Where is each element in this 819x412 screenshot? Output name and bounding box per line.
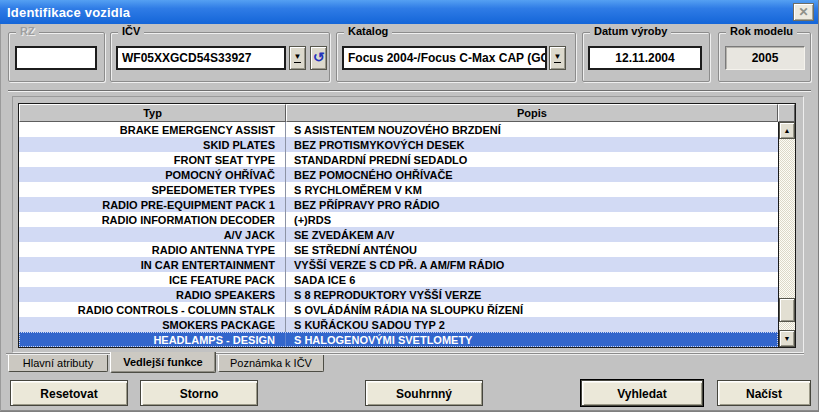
icv-undo-button[interactable]: ↺ <box>310 46 327 70</box>
close-icon: ✕ <box>798 5 808 19</box>
tab-vedlejsi-funkce[interactable]: Vedlejší funkce <box>110 352 216 373</box>
table-row[interactable]: ICE FEATURE PACK SADA ICE 6 <box>19 272 778 287</box>
cell-typ: POMOCNÝ OHŘÍVAČ <box>19 167 286 182</box>
icv-group: IČV ▼ ↺ <box>110 32 330 82</box>
horizontal-divider <box>8 90 811 92</box>
table-row[interactable]: SMOKERS PACKAGE S KUŘÁCKOU SADOU TYP 2 <box>19 317 778 332</box>
rz-label: RZ <box>16 25 39 37</box>
table-row[interactable]: SPEEDOMETER TYPES S RYCHLOMĚREM V KM <box>19 182 778 197</box>
cell-popis: BEZ PROTISMYKOVÝCH DESEK <box>286 138 778 152</box>
table-row[interactable]: A/V JACK SE ZVEDÁKEM A/V <box>19 227 778 242</box>
scroll-up-button[interactable]: ▲ <box>779 122 795 139</box>
cell-typ: RADIO ANTENNA TYPE <box>19 242 286 257</box>
scroll-up-icon: ▲ <box>784 127 791 134</box>
cell-typ: IN CAR ENTERTAINMENT <box>19 257 286 272</box>
datum-vyroby-label: Datum výroby <box>590 25 671 37</box>
resetovat-button[interactable]: Resetovat <box>10 380 128 406</box>
table-row[interactable]: RADIO CONTROLS - COLUMN STALK S OVLÁDÁNÍ… <box>19 302 778 317</box>
dropdown-arrow-icon: ▼ <box>554 53 562 63</box>
column-header-pad <box>778 104 795 122</box>
katalog-dropdown-button[interactable]: ▼ <box>549 46 566 70</box>
grid-panel: Typ Popis BRAKE EMERGENCY ASSIST S ASIST… <box>12 96 804 353</box>
cell-popis: SADA ICE 6 <box>286 273 778 287</box>
table-row[interactable]: RADIO ANTENNA TYPE SE STŘEDNÍ ANTÉNOU <box>19 242 778 257</box>
vertical-scrollbar[interactable]: ▲ ▼ <box>778 122 795 347</box>
cell-popis: BEZ POMOCNÉHO OHŘÍVAČE <box>286 168 778 182</box>
table-row[interactable]: BRAKE EMERGENCY ASSIST S ASISTENTEM NOUZ… <box>19 122 778 137</box>
table-row[interactable]: IN CAR ENTERTAINMENT VYŠŠÍ VERZE S CD PŘ… <box>19 257 778 272</box>
katalog-group: Katalog Focus 2004-/Focus C-Max CAP (GC … <box>336 32 576 82</box>
icv-dropdown-button[interactable]: ▼ <box>289 46 306 70</box>
cell-popis: BEZ PŘÍPRAVY PRO RÁDIO <box>286 198 778 212</box>
katalog-label: Katalog <box>344 25 392 37</box>
icv-label: IČV <box>118 25 144 37</box>
cell-popis: S OVLÁDÁNÍM RÁDIA NA SLOUPKU ŘÍZENÍ <box>286 303 778 317</box>
cell-typ: BRAKE EMERGENCY ASSIST <box>19 122 286 137</box>
cell-typ: RADIO SPEAKERS <box>19 287 286 302</box>
cell-popis: S KUŘÁCKOU SADOU TYP 2 <box>286 318 778 332</box>
cell-typ: HEADLAMPS - DESIGN <box>19 332 286 347</box>
table-row[interactable]: HEADLAMPS - DESIGN S HALOGENOVÝMI SVETLO… <box>19 332 778 347</box>
cell-typ: A/V JACK <box>19 227 286 242</box>
rok-modelu-group: Rok modelu 2005 <box>718 32 811 82</box>
attributes-table: Typ Popis BRAKE EMERGENCY ASSIST S ASIST… <box>18 103 796 348</box>
undo-icon: ↺ <box>313 50 325 64</box>
tab-hlavni-atributy[interactable]: Hlavní atributy <box>8 355 108 372</box>
tab-poznamka-k-icv[interactable]: Poznámka k IČV <box>218 355 324 372</box>
table-row[interactable]: RADIO INFORMATION DECODER (+)RDS <box>19 212 778 227</box>
rok-modelu-label: Rok modelu <box>726 25 797 37</box>
cell-typ: RADIO CONTROLS - COLUMN STALK <box>19 302 286 317</box>
vyhledat-button[interactable]: Vyhledat <box>581 380 703 406</box>
rz-input[interactable] <box>15 46 97 70</box>
table-row[interactable]: RADIO PRE-EQUIPMENT PACK 1 BEZ PŘÍPRAVY … <box>19 197 778 212</box>
storno-button[interactable]: Storno <box>140 380 258 406</box>
cell-popis: S ASISTENTEM NOUZOVÉHO BRZDENÍ <box>286 123 778 137</box>
cell-typ: SPEEDOMETER TYPES <box>19 182 286 197</box>
cell-popis: S RYCHLOMĚREM V KM <box>286 183 778 197</box>
identifikace-vozidla-dialog: Identifikace vozidla ✕ RZ IČV ▼ ↺ Katalo… <box>0 0 819 412</box>
scroll-down-icon: ▼ <box>784 335 791 342</box>
cell-typ: RADIO PRE-EQUIPMENT PACK 1 <box>19 197 286 212</box>
cell-typ: SMOKERS PACKAGE <box>19 317 286 332</box>
cell-typ: FRONT SEAT TYPE <box>19 152 286 167</box>
katalog-value[interactable]: Focus 2004-/Focus C-Max CAP (GC <box>342 46 547 70</box>
table-row[interactable]: SKID PLATES BEZ PROTISMYKOVÝCH DESEK <box>19 137 778 152</box>
table-body: BRAKE EMERGENCY ASSIST S ASISTENTEM NOUZ… <box>19 122 778 347</box>
rz-group: RZ <box>8 32 105 82</box>
icv-input[interactable] <box>116 46 286 70</box>
cell-typ: RADIO INFORMATION DECODER <box>19 212 286 227</box>
dropdown-arrow-icon: ▼ <box>294 53 302 63</box>
scroll-down-button[interactable]: ▼ <box>779 330 795 347</box>
cell-popis: S 8 REPRODUKTORY VYŠŠÍ VERZE <box>286 288 778 302</box>
table-row[interactable]: RADIO SPEAKERS S 8 REPRODUKTORY VYŠŠÍ VE… <box>19 287 778 302</box>
cell-popis: SE ZVEDÁKEM A/V <box>286 228 778 242</box>
window-title: Identifikace vozidla <box>0 5 130 20</box>
datum-vyroby-value[interactable]: 12.11.2004 <box>588 46 702 70</box>
cell-typ: SKID PLATES <box>19 137 286 152</box>
table-header: Typ Popis <box>19 104 795 122</box>
rok-modelu-value: 2005 <box>725 46 805 70</box>
cell-popis: STANDARDNÍ PREDNÍ SEDADLO <box>286 153 778 167</box>
table-row[interactable]: POMOCNÝ OHŘÍVAČ BEZ POMOCNÉHO OHŘÍVAČE <box>19 167 778 182</box>
souhrnny-button[interactable]: Souhrnný <box>365 380 483 406</box>
title-bar: Identifikace vozidla ✕ <box>0 0 819 24</box>
nacist-button[interactable]: Načíst <box>717 380 811 406</box>
column-header-popis[interactable]: Popis <box>286 104 778 122</box>
close-button[interactable]: ✕ <box>793 3 814 21</box>
cell-popis: S HALOGENOVÝMI SVETLOMETY <box>286 333 778 347</box>
cell-popis: SE STŘEDNÍ ANTÉNOU <box>286 243 778 257</box>
column-header-typ[interactable]: Typ <box>19 104 286 122</box>
scrollbar-thumb[interactable] <box>779 298 795 322</box>
cell-popis: VYŠŠÍ VERZE S CD PŘ. A AM/FM RÁDIO <box>286 258 778 272</box>
cell-popis: (+)RDS <box>286 213 778 227</box>
datum-vyroby-group: Datum výroby 12.11.2004 <box>582 32 710 82</box>
table-row[interactable]: FRONT SEAT TYPE STANDARDNÍ PREDNÍ SEDADL… <box>19 152 778 167</box>
cell-typ: ICE FEATURE PACK <box>19 272 286 287</box>
scrollbar-track[interactable] <box>779 139 795 330</box>
